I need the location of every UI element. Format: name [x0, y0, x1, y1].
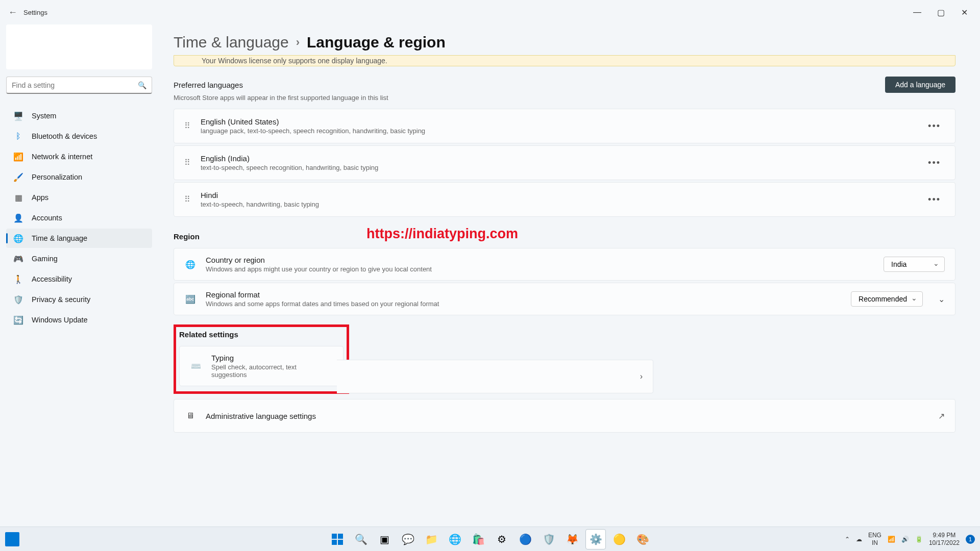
breadcrumb: Time & language › Language & region	[174, 34, 955, 51]
license-warning-banner: Your Windows license only supports one d…	[174, 55, 955, 66]
back-button[interactable]: ←	[8, 7, 17, 18]
highlight-annotation: Related settings ⌨️ Typing Spell check, …	[174, 324, 349, 394]
language-name: English (India)	[201, 154, 924, 163]
battery-icon[interactable]: 🔋	[915, 536, 923, 543]
country-title: Country or region	[206, 256, 884, 264]
chat-button[interactable]: 💬	[398, 529, 418, 549]
store-button[interactable]: 🛍️	[468, 529, 488, 549]
clock-date[interactable]: 9:49 PM10/17/2022	[929, 532, 960, 546]
minimize-button[interactable]: —	[905, 4, 929, 20]
drag-handle-icon[interactable]: ⠿	[184, 123, 191, 129]
expand-chevron-icon[interactable]: ⌄	[938, 294, 945, 304]
edge-button[interactable]: 🌐	[445, 529, 465, 549]
sidebar-item-network-internet[interactable]: 📶Network & internet	[6, 147, 152, 166]
sidebar-item-label: Time & language	[32, 234, 87, 242]
personalization-icon: 🖌️	[13, 172, 23, 182]
language-features: text-to-speech, speech recognition, hand…	[201, 164, 924, 171]
user-account-block[interactable]	[6, 24, 152, 69]
regional-format-row[interactable]: 🔤 Regional format Windows and some apps …	[174, 283, 955, 315]
sidebar-item-personalization[interactable]: 🖌️Personalization	[6, 167, 152, 187]
sidebar-item-label: Bluetooth & devices	[32, 132, 97, 140]
format-title: Regional format	[206, 290, 851, 299]
country-sub: Windows and apps might use your country …	[206, 265, 884, 273]
sidebar-item-label: Personalization	[32, 173, 82, 181]
chevron-right-icon: ›	[296, 36, 300, 49]
chrome-button[interactable]: 🟡	[609, 529, 629, 549]
drag-handle-icon[interactable]: ⠿	[184, 160, 191, 165]
language-row[interactable]: ⠿ English (United States) language pack,…	[174, 109, 955, 143]
firefox-button[interactable]: 🦊	[562, 529, 582, 549]
drag-handle-icon[interactable]: ⠿	[184, 196, 191, 202]
sidebar-item-apps[interactable]: ▦Apps	[6, 188, 152, 207]
more-options-button[interactable]: •••	[924, 156, 945, 170]
admin-icon: 🖥	[184, 410, 197, 422]
close-button[interactable]: ✕	[952, 4, 976, 20]
gaming-icon: 🎮	[13, 254, 23, 264]
taskbar: 🔍 ▣ 💬 📁 🌐 🛍️ ⚙ 🔵 🛡️ 🦊 ⚙️ 🟡 🎨 ⌃ ☁ ENGIN 📶…	[0, 527, 980, 551]
preferred-languages-subtitle: Microsoft Store apps will appear in the …	[174, 94, 955, 102]
country-dropdown[interactable]: India	[884, 257, 945, 272]
region-section-label: Region	[174, 232, 955, 241]
sidebar-item-label: Gaming	[32, 255, 58, 263]
sidebar-item-time-language[interactable]: 🌐Time & language	[6, 229, 152, 248]
sidebar-item-bluetooth-devices[interactable]: ᛒBluetooth & devices	[6, 127, 152, 146]
sidebar-item-label: Accessibility	[32, 275, 72, 283]
maximize-button[interactable]: ▢	[929, 4, 952, 20]
sidebar-item-accessibility[interactable]: 🚶Accessibility	[6, 269, 152, 289]
explorer-button[interactable]: 📁	[421, 529, 442, 549]
sidebar-item-accounts[interactable]: 👤Accounts	[6, 208, 152, 228]
chevron-right-icon: ›	[640, 372, 643, 381]
more-options-button[interactable]: •••	[924, 192, 945, 207]
add-language-button[interactable]: Add a language	[885, 77, 955, 93]
tray-chevron-icon[interactable]: ⌃	[845, 536, 850, 543]
volume-icon[interactable]: 🔊	[901, 536, 909, 543]
language-row[interactable]: ⠿ Hindi text-to-speech, handwriting, bas…	[174, 182, 955, 217]
typing-sub: Spell check, autocorrect, text suggestio…	[211, 363, 333, 379]
onedrive-icon[interactable]: ☁	[856, 536, 862, 543]
language-name: Hindi	[201, 191, 924, 199]
format-sub: Windows and some apps format dates and t…	[206, 300, 851, 308]
wifi-icon[interactable]: 📶	[888, 536, 895, 543]
language-features: text-to-speech, handwriting, basic typin…	[201, 201, 924, 208]
external-link-icon: ↗	[938, 411, 945, 421]
language-row[interactable]: ⠿ English (India) text-to-speech, speech…	[174, 145, 955, 180]
language-features: language pack, text-to-speech, speech re…	[201, 127, 924, 135]
sidebar-item-system[interactable]: 🖥️System	[6, 106, 152, 126]
format-dropdown[interactable]: Recommended	[851, 291, 923, 307]
settings-taskbar-button[interactable]: ⚙️	[585, 529, 606, 549]
task-view-button[interactable]: ▣	[374, 529, 395, 549]
sidebar-item-gaming[interactable]: 🎮Gaming	[6, 249, 152, 268]
accessibility-icon: 🚶	[13, 274, 23, 284]
notification-badge[interactable]: 1	[966, 535, 975, 544]
sidebar-item-label: Apps	[32, 193, 48, 202]
format-icon: 🔤	[184, 293, 197, 305]
app-button-1[interactable]: ⚙	[492, 529, 512, 549]
globe-icon: 🌐	[184, 258, 197, 270]
system-icon: 🖥️	[13, 111, 23, 121]
privacy-security-icon: 🛡️	[13, 294, 23, 305]
app-button-2[interactable]: 🔵	[515, 529, 535, 549]
widgets-button[interactable]	[5, 532, 19, 546]
mcafee-button[interactable]: 🛡️	[538, 529, 559, 549]
language-indicator[interactable]: ENGIN	[868, 532, 881, 546]
admin-title: Administrative language settings	[206, 412, 938, 420]
warning-icon	[184, 56, 194, 66]
typing-row-extension[interactable]: ›	[337, 360, 653, 393]
paint-button[interactable]: 🎨	[632, 529, 653, 549]
search-box[interactable]: 🔍	[6, 77, 152, 94]
sidebar-item-windows-update[interactable]: 🔄Windows Update	[6, 310, 152, 330]
start-button[interactable]	[327, 529, 348, 549]
sidebar-item-privacy-security[interactable]: 🛡️Privacy & security	[6, 290, 152, 309]
search-icon: 🔍	[138, 81, 146, 89]
search-input[interactable]	[12, 81, 138, 89]
taskbar-search-button[interactable]: 🔍	[351, 529, 371, 549]
breadcrumb-parent[interactable]: Time & language	[174, 34, 289, 51]
typing-title: Typing	[211, 354, 333, 362]
more-options-button[interactable]: •••	[924, 119, 945, 134]
country-region-row[interactable]: 🌐 Country or region Windows and apps mig…	[174, 248, 955, 281]
keyboard-icon: ⌨️	[190, 360, 202, 372]
svg-rect-0	[332, 534, 337, 539]
warning-text: Your Windows license only supports one d…	[202, 57, 387, 65]
admin-language-row[interactable]: 🖥 Administrative language settings ↗	[174, 399, 955, 433]
typing-settings-row[interactable]: ⌨️ Typing Spell check, autocorrect, text…	[179, 346, 344, 386]
